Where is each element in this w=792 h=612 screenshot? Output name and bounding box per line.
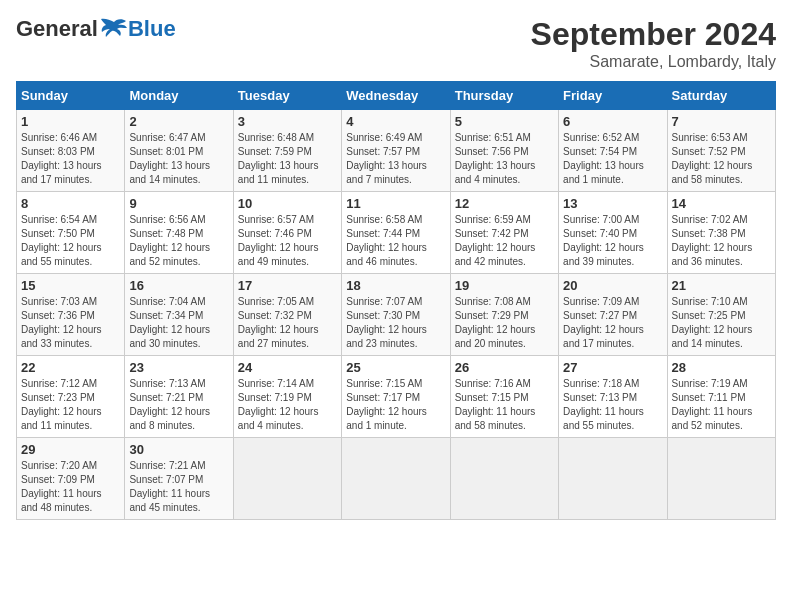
day-info: Sunrise: 7:20 AMSunset: 7:09 PMDaylight:… <box>21 459 120 515</box>
day-info: Sunrise: 7:04 AMSunset: 7:34 PMDaylight:… <box>129 295 228 351</box>
calendar-cell <box>450 438 558 520</box>
calendar-cell: 19Sunrise: 7:08 AMSunset: 7:29 PMDayligh… <box>450 274 558 356</box>
day-info: Sunrise: 7:16 AMSunset: 7:15 PMDaylight:… <box>455 377 554 433</box>
calendar-cell: 5Sunrise: 6:51 AMSunset: 7:56 PMDaylight… <box>450 110 558 192</box>
calendar-cell: 1Sunrise: 6:46 AMSunset: 8:03 PMDaylight… <box>17 110 125 192</box>
header-wednesday: Wednesday <box>342 82 450 110</box>
calendar-week-row: 8Sunrise: 6:54 AMSunset: 7:50 PMDaylight… <box>17 192 776 274</box>
title-block: September 2024 Samarate, Lombardy, Italy <box>531 16 776 71</box>
calendar-week-row: 29Sunrise: 7:20 AMSunset: 7:09 PMDayligh… <box>17 438 776 520</box>
day-info: Sunrise: 6:51 AMSunset: 7:56 PMDaylight:… <box>455 131 554 187</box>
day-info: Sunrise: 6:54 AMSunset: 7:50 PMDaylight:… <box>21 213 120 269</box>
calendar-cell: 18Sunrise: 7:07 AMSunset: 7:30 PMDayligh… <box>342 274 450 356</box>
day-info: Sunrise: 7:03 AMSunset: 7:36 PMDaylight:… <box>21 295 120 351</box>
day-number: 11 <box>346 196 445 211</box>
header-friday: Friday <box>559 82 667 110</box>
calendar-header-row: SundayMondayTuesdayWednesdayThursdayFrid… <box>17 82 776 110</box>
calendar-cell <box>667 438 775 520</box>
day-number: 9 <box>129 196 228 211</box>
day-number: 29 <box>21 442 120 457</box>
logo-bird-icon <box>100 18 128 40</box>
day-number: 16 <box>129 278 228 293</box>
calendar-cell: 2Sunrise: 6:47 AMSunset: 8:01 PMDaylight… <box>125 110 233 192</box>
day-info: Sunrise: 6:52 AMSunset: 7:54 PMDaylight:… <box>563 131 662 187</box>
calendar-cell: 7Sunrise: 6:53 AMSunset: 7:52 PMDaylight… <box>667 110 775 192</box>
calendar-cell: 15Sunrise: 7:03 AMSunset: 7:36 PMDayligh… <box>17 274 125 356</box>
day-number: 8 <box>21 196 120 211</box>
day-info: Sunrise: 6:53 AMSunset: 7:52 PMDaylight:… <box>672 131 771 187</box>
calendar-cell: 27Sunrise: 7:18 AMSunset: 7:13 PMDayligh… <box>559 356 667 438</box>
day-number: 14 <box>672 196 771 211</box>
day-info: Sunrise: 7:02 AMSunset: 7:38 PMDaylight:… <box>672 213 771 269</box>
day-number: 4 <box>346 114 445 129</box>
day-number: 23 <box>129 360 228 375</box>
day-number: 1 <box>21 114 120 129</box>
day-number: 10 <box>238 196 337 211</box>
header-monday: Monday <box>125 82 233 110</box>
calendar-cell: 29Sunrise: 7:20 AMSunset: 7:09 PMDayligh… <box>17 438 125 520</box>
header-sunday: Sunday <box>17 82 125 110</box>
calendar-cell: 24Sunrise: 7:14 AMSunset: 7:19 PMDayligh… <box>233 356 341 438</box>
day-info: Sunrise: 7:10 AMSunset: 7:25 PMDaylight:… <box>672 295 771 351</box>
calendar-cell <box>233 438 341 520</box>
calendar-cell <box>559 438 667 520</box>
calendar-cell: 23Sunrise: 7:13 AMSunset: 7:21 PMDayligh… <box>125 356 233 438</box>
calendar-cell: 30Sunrise: 7:21 AMSunset: 7:07 PMDayligh… <box>125 438 233 520</box>
day-info: Sunrise: 7:00 AMSunset: 7:40 PMDaylight:… <box>563 213 662 269</box>
day-number: 12 <box>455 196 554 211</box>
day-number: 18 <box>346 278 445 293</box>
calendar-cell: 4Sunrise: 6:49 AMSunset: 7:57 PMDaylight… <box>342 110 450 192</box>
day-number: 20 <box>563 278 662 293</box>
calendar-cell: 16Sunrise: 7:04 AMSunset: 7:34 PMDayligh… <box>125 274 233 356</box>
day-info: Sunrise: 7:18 AMSunset: 7:13 PMDaylight:… <box>563 377 662 433</box>
header-thursday: Thursday <box>450 82 558 110</box>
calendar-week-row: 15Sunrise: 7:03 AMSunset: 7:36 PMDayligh… <box>17 274 776 356</box>
day-number: 24 <box>238 360 337 375</box>
day-info: Sunrise: 7:13 AMSunset: 7:21 PMDaylight:… <box>129 377 228 433</box>
day-number: 27 <box>563 360 662 375</box>
logo-general: General <box>16 16 98 42</box>
day-number: 7 <box>672 114 771 129</box>
location-title: Samarate, Lombardy, Italy <box>531 53 776 71</box>
header-saturday: Saturday <box>667 82 775 110</box>
day-info: Sunrise: 7:14 AMSunset: 7:19 PMDaylight:… <box>238 377 337 433</box>
day-number: 19 <box>455 278 554 293</box>
calendar-cell: 26Sunrise: 7:16 AMSunset: 7:15 PMDayligh… <box>450 356 558 438</box>
calendar-week-row: 1Sunrise: 6:46 AMSunset: 8:03 PMDaylight… <box>17 110 776 192</box>
day-number: 25 <box>346 360 445 375</box>
day-info: Sunrise: 7:21 AMSunset: 7:07 PMDaylight:… <box>129 459 228 515</box>
day-info: Sunrise: 7:05 AMSunset: 7:32 PMDaylight:… <box>238 295 337 351</box>
calendar-cell: 11Sunrise: 6:58 AMSunset: 7:44 PMDayligh… <box>342 192 450 274</box>
calendar-cell: 25Sunrise: 7:15 AMSunset: 7:17 PMDayligh… <box>342 356 450 438</box>
day-info: Sunrise: 7:08 AMSunset: 7:29 PMDaylight:… <box>455 295 554 351</box>
day-info: Sunrise: 7:19 AMSunset: 7:11 PMDaylight:… <box>672 377 771 433</box>
day-info: Sunrise: 6:57 AMSunset: 7:46 PMDaylight:… <box>238 213 337 269</box>
day-number: 3 <box>238 114 337 129</box>
day-number: 13 <box>563 196 662 211</box>
day-info: Sunrise: 7:15 AMSunset: 7:17 PMDaylight:… <box>346 377 445 433</box>
day-number: 21 <box>672 278 771 293</box>
day-info: Sunrise: 6:58 AMSunset: 7:44 PMDaylight:… <box>346 213 445 269</box>
day-info: Sunrise: 6:47 AMSunset: 8:01 PMDaylight:… <box>129 131 228 187</box>
day-number: 17 <box>238 278 337 293</box>
calendar-cell: 17Sunrise: 7:05 AMSunset: 7:32 PMDayligh… <box>233 274 341 356</box>
day-number: 28 <box>672 360 771 375</box>
day-number: 30 <box>129 442 228 457</box>
calendar-cell: 28Sunrise: 7:19 AMSunset: 7:11 PMDayligh… <box>667 356 775 438</box>
calendar-cell: 13Sunrise: 7:00 AMSunset: 7:40 PMDayligh… <box>559 192 667 274</box>
day-info: Sunrise: 6:56 AMSunset: 7:48 PMDaylight:… <box>129 213 228 269</box>
calendar-cell: 10Sunrise: 6:57 AMSunset: 7:46 PMDayligh… <box>233 192 341 274</box>
page-header: General Blue September 2024 Samarate, Lo… <box>16 16 776 71</box>
calendar-cell: 8Sunrise: 6:54 AMSunset: 7:50 PMDaylight… <box>17 192 125 274</box>
day-number: 22 <box>21 360 120 375</box>
day-info: Sunrise: 6:59 AMSunset: 7:42 PMDaylight:… <box>455 213 554 269</box>
calendar-cell: 21Sunrise: 7:10 AMSunset: 7:25 PMDayligh… <box>667 274 775 356</box>
day-number: 2 <box>129 114 228 129</box>
calendar-cell: 3Sunrise: 6:48 AMSunset: 7:59 PMDaylight… <box>233 110 341 192</box>
calendar-cell: 20Sunrise: 7:09 AMSunset: 7:27 PMDayligh… <box>559 274 667 356</box>
day-info: Sunrise: 6:48 AMSunset: 7:59 PMDaylight:… <box>238 131 337 187</box>
calendar-cell: 9Sunrise: 6:56 AMSunset: 7:48 PMDaylight… <box>125 192 233 274</box>
calendar-table: SundayMondayTuesdayWednesdayThursdayFrid… <box>16 81 776 520</box>
day-number: 15 <box>21 278 120 293</box>
calendar-cell: 12Sunrise: 6:59 AMSunset: 7:42 PMDayligh… <box>450 192 558 274</box>
